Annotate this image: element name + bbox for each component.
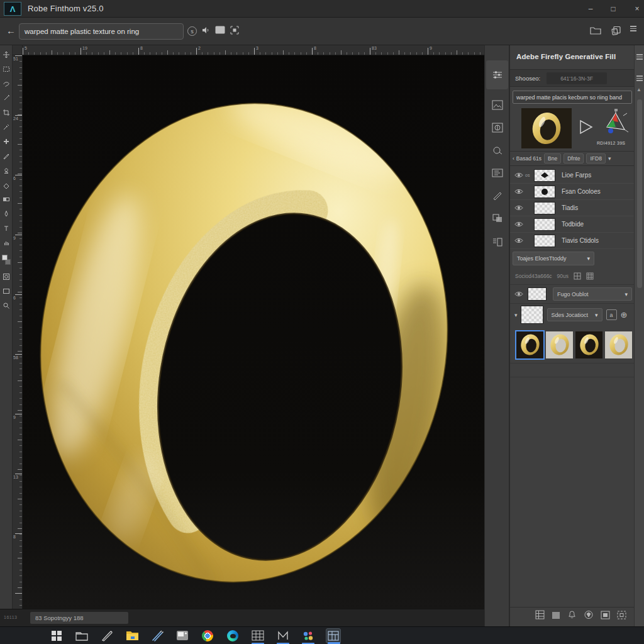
- visibility-eye-icon[interactable]: [514, 221, 524, 227]
- duplicate-icon[interactable]: [611, 26, 621, 36]
- gradient-tool-icon[interactable]: [2, 195, 11, 204]
- grid-small-icon[interactable]: [574, 272, 581, 280]
- layer-thumbnail[interactable]: [534, 202, 555, 214]
- variation-thumbnail-3[interactable]: [575, 331, 602, 358]
- expand-frame-icon[interactable]: [617, 611, 626, 619]
- panel-prompt-field[interactable]: warped matte placis kecbum so riing band: [513, 91, 632, 104]
- layer-row[interactable]: os Lioe Farps: [510, 167, 635, 184]
- action-button-1[interactable]: Bne: [544, 153, 561, 164]
- layer-label[interactable]: Tiadis: [562, 204, 578, 211]
- file-explorer-icon[interactable]: [125, 628, 140, 643]
- lasso-tool-icon[interactable]: [2, 79, 11, 88]
- panel-menu-icon[interactable]: [636, 75, 643, 81]
- layer-row[interactable]: Tiavis Ctidols: [510, 233, 635, 249]
- position-dropdown[interactable]: Sdes Jocatioct ▾: [547, 308, 602, 321]
- spreadsheet-app-icon[interactable]: [250, 628, 265, 643]
- layer-thumbnail[interactable]: [534, 235, 555, 247]
- blend-mode-dropdown[interactable]: Fugo Oublot ▾: [553, 287, 632, 301]
- properties-panel-icon[interactable]: [486, 60, 508, 89]
- 3d-gizmo-icon[interactable]: [599, 108, 632, 140]
- chevron-down-icon[interactable]: ▾: [608, 155, 611, 162]
- zoom-tool-icon[interactable]: [2, 301, 11, 310]
- brush-app-icon[interactable]: [150, 628, 165, 643]
- libraries-panel-icon[interactable]: [491, 235, 504, 249]
- layer-label[interactable]: Fsan Cooloes: [562, 188, 601, 195]
- layer-label[interactable]: Tiavis Ctidols: [562, 237, 599, 244]
- photos-app-icon[interactable]: [175, 628, 190, 643]
- action-button-3[interactable]: IFD8: [586, 153, 605, 164]
- layer-row[interactable]: Fsan Cooloes: [510, 184, 635, 200]
- layer-row[interactable]: Todbide: [510, 216, 635, 233]
- speaker-icon[interactable]: [201, 26, 210, 35]
- bell-icon[interactable]: [567, 610, 577, 619]
- clone-panel-icon[interactable]: [491, 189, 504, 203]
- blend-thumbnail[interactable]: [528, 287, 547, 301]
- visibility-eye-icon[interactable]: [514, 238, 524, 243]
- back-nav-button[interactable]: ‹ Basad 61s: [513, 155, 541, 162]
- section-header-dropdown[interactable]: Toajes EloesTtoddy ▾: [513, 252, 594, 265]
- crop-tool-icon[interactable]: [2, 108, 11, 117]
- mail-app-icon[interactable]: [275, 628, 291, 643]
- variation-thumbnail-4[interactable]: [605, 331, 632, 358]
- eraser-tool-icon[interactable]: [2, 180, 11, 189]
- gallery-app-icon[interactable]: [301, 628, 316, 643]
- pen-tool-icon[interactable]: [2, 209, 11, 218]
- tab-value[interactable]: 641'16-3N-3F: [547, 72, 607, 84]
- play-icon[interactable]: [577, 118, 596, 136]
- grid-icon[interactable]: [535, 610, 545, 619]
- move-tool-icon[interactable]: [2, 50, 11, 59]
- start-button-icon[interactable]: [49, 628, 64, 643]
- chrome-icon[interactable]: [200, 628, 215, 643]
- expand-icon[interactable]: [230, 26, 239, 35]
- hand-tool-icon[interactable]: [2, 238, 11, 247]
- wand-tool-icon[interactable]: [2, 94, 11, 103]
- mask-icon[interactable]: [552, 611, 560, 619]
- chevron-down-icon[interactable]: ▾: [514, 312, 518, 318]
- visibility-eye-icon[interactable]: [514, 205, 524, 211]
- variation-thumbnail-1[interactable]: [516, 331, 543, 358]
- panel-scrollbar[interactable]: ▲: [634, 45, 644, 626]
- heal-tool-icon[interactable]: [2, 137, 11, 146]
- scrollbar-thumb[interactable]: [637, 99, 642, 288]
- screen-mode-icon[interactable]: [2, 287, 11, 296]
- list-icon[interactable]: [630, 26, 636, 31]
- adjustments-panel-icon[interactable]: [491, 121, 504, 135]
- layer-label[interactable]: Todbide: [562, 221, 584, 228]
- visibility-eye-icon[interactable]: [514, 189, 524, 194]
- quick-mask-icon[interactable]: [2, 272, 11, 281]
- image-panel-icon[interactable]: [491, 98, 504, 112]
- position-thumbnail[interactable]: [521, 306, 543, 324]
- history-panel-icon[interactable]: [491, 166, 504, 180]
- frame-icon[interactable]: [601, 611, 610, 619]
- visibility-eye-icon[interactable]: [514, 172, 524, 178]
- minimize-button[interactable]: –: [582, 3, 599, 15]
- photoshop-active-icon[interactable]: [326, 628, 341, 643]
- grid-dense-icon[interactable]: [586, 272, 594, 280]
- s-badge-icon[interactable]: s: [187, 26, 197, 36]
- new-folder-icon[interactable]: [590, 26, 601, 35]
- back-arrow-icon[interactable]: ←: [6, 25, 16, 36]
- layer-thumbnail[interactable]: [534, 218, 555, 231]
- pen-app-icon[interactable]: [99, 628, 114, 643]
- folder-app-icon[interactable]: [74, 628, 89, 643]
- ring-preview-thumbnail[interactable]: [521, 108, 572, 148]
- marquee-tool-icon[interactable]: [2, 65, 11, 74]
- close-button[interactable]: ×: [629, 3, 644, 15]
- edge-icon[interactable]: [225, 628, 240, 643]
- panel-menu-icon[interactable]: [636, 54, 643, 60]
- scroll-up-icon[interactable]: ▲: [636, 87, 641, 92]
- stamp-tool-icon[interactable]: [2, 166, 11, 175]
- boxed-a-icon[interactable]: a: [606, 309, 617, 320]
- eyedropper-tool-icon[interactable]: [2, 123, 11, 131]
- target-add-icon[interactable]: ⊕: [621, 310, 628, 319]
- color-panel-icon[interactable]: [491, 143, 504, 157]
- layer-row[interactable]: Tiadis: [510, 200, 635, 216]
- text-tool-icon[interactable]: [2, 224, 11, 233]
- brush-tool-icon[interactable]: [2, 152, 11, 160]
- layer-label[interactable]: Lioe Farps: [562, 172, 591, 179]
- action-button-2[interactable]: Dfnte: [564, 153, 584, 164]
- swatches-panel-icon[interactable]: [491, 211, 504, 225]
- layer-thumbnail[interactable]: [534, 186, 555, 198]
- visibility-eye-icon[interactable]: [514, 291, 524, 297]
- image-icon[interactable]: [215, 26, 225, 34]
